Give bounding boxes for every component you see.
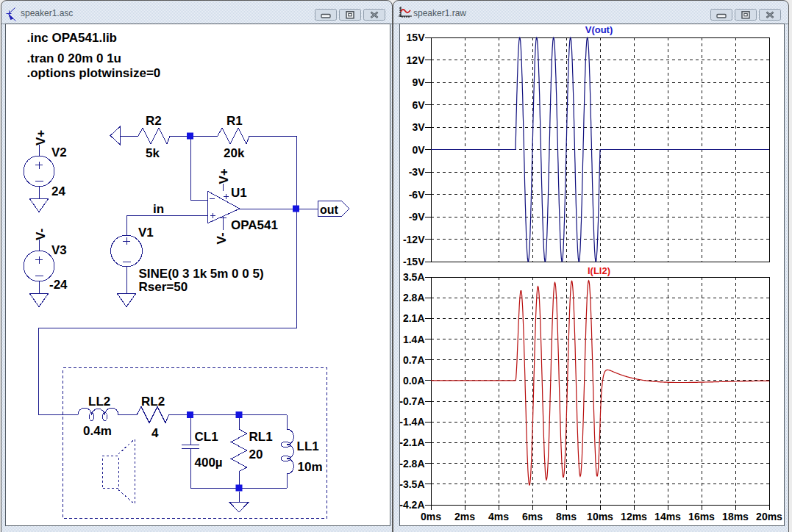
svg-text:U1: U1 xyxy=(231,186,247,200)
svg-text:in: in xyxy=(153,202,164,216)
svg-text:18ms: 18ms xyxy=(722,511,749,522)
svg-text:V+: V+ xyxy=(34,130,48,145)
svg-text:RL2: RL2 xyxy=(141,395,165,409)
svg-text:0.7A: 0.7A xyxy=(403,354,425,366)
svg-text:V2: V2 xyxy=(51,145,67,159)
svg-text:2.8A: 2.8A xyxy=(403,292,425,303)
svg-text:.tran 0 20m 0 1u: .tran 0 20m 0 1u xyxy=(27,51,122,65)
svg-text:out: out xyxy=(320,204,339,216)
svg-text:0V: 0V xyxy=(412,144,425,156)
svg-text:.inc OPA541.lib: .inc OPA541.lib xyxy=(27,31,118,45)
svg-text:0ms: 0ms xyxy=(421,511,441,522)
svg-text:-24: -24 xyxy=(49,278,68,292)
svg-text:SINE(0 3 1k 5m 0 0 5): SINE(0 3 1k 5m 0 0 5) xyxy=(139,267,264,281)
svg-text:20ms: 20ms xyxy=(756,511,782,522)
svg-text:-1.4A: -1.4A xyxy=(399,416,424,428)
svg-text:24: 24 xyxy=(51,184,65,198)
svg-text:LL1: LL1 xyxy=(297,439,319,453)
svg-text:2.1A: 2.1A xyxy=(403,312,425,324)
svg-text:8ms: 8ms xyxy=(556,511,577,522)
svg-text:10ms: 10ms xyxy=(587,511,613,522)
svg-text:-2.8A: -2.8A xyxy=(399,458,424,470)
svg-text:OPA541: OPA541 xyxy=(231,218,278,232)
svg-text:V-: V- xyxy=(34,229,48,240)
svg-text:RL1: RL1 xyxy=(249,430,273,444)
svg-text:Rser=50: Rser=50 xyxy=(139,280,188,294)
svg-text:0.0A: 0.0A xyxy=(403,375,425,387)
svg-text:-2.1A: -2.1A xyxy=(399,436,424,448)
svg-text:0.4m: 0.4m xyxy=(83,424,112,438)
svg-text:-12V: -12V xyxy=(403,234,425,245)
svg-text:16ms: 16ms xyxy=(688,511,715,522)
svg-text:R2: R2 xyxy=(146,114,162,128)
svg-text:-6V: -6V xyxy=(409,189,425,201)
svg-text:V(out): V(out) xyxy=(585,24,613,35)
svg-text:3.5A: 3.5A xyxy=(403,271,425,283)
svg-text:20k: 20k xyxy=(224,146,245,160)
svg-text:-3V: -3V xyxy=(409,166,425,178)
svg-text:V1: V1 xyxy=(138,226,154,240)
svg-text:5k: 5k xyxy=(146,146,160,160)
svg-text:I(Ll2): I(Ll2) xyxy=(588,265,610,276)
svg-text:-15V: -15V xyxy=(403,256,425,267)
svg-text:10m: 10m xyxy=(298,460,323,474)
svg-text:6ms: 6ms xyxy=(522,511,543,522)
svg-text:4ms: 4ms xyxy=(488,511,509,522)
svg-text:V+: V+ xyxy=(217,168,231,184)
svg-text:3V: 3V xyxy=(412,121,425,133)
svg-text:14ms: 14ms xyxy=(654,511,681,522)
svg-text:-9V: -9V xyxy=(409,211,425,223)
svg-text:2ms: 2ms xyxy=(454,511,475,522)
svg-text:12V: 12V xyxy=(407,54,426,66)
svg-text:15V: 15V xyxy=(407,32,426,43)
svg-text:-3.5A: -3.5A xyxy=(399,478,424,490)
svg-text:LL2: LL2 xyxy=(88,395,110,409)
svg-text:9V: 9V xyxy=(412,76,425,88)
svg-text:V-: V- xyxy=(215,232,229,244)
svg-text:CL1: CL1 xyxy=(195,430,218,444)
svg-text:-4.2A: -4.2A xyxy=(399,499,424,511)
svg-text:V3: V3 xyxy=(51,243,67,257)
svg-text:1.4A: 1.4A xyxy=(403,334,425,345)
svg-text:20: 20 xyxy=(249,447,263,461)
svg-text:-0.7A: -0.7A xyxy=(399,395,424,407)
svg-text:6V: 6V xyxy=(412,99,425,111)
svg-text:R1: R1 xyxy=(226,114,243,128)
svg-text:.options plotwinsize=0: .options plotwinsize=0 xyxy=(27,66,161,80)
svg-text:12ms: 12ms xyxy=(621,511,647,522)
svg-text:4: 4 xyxy=(151,426,159,440)
svg-text:400µ: 400µ xyxy=(195,456,223,470)
